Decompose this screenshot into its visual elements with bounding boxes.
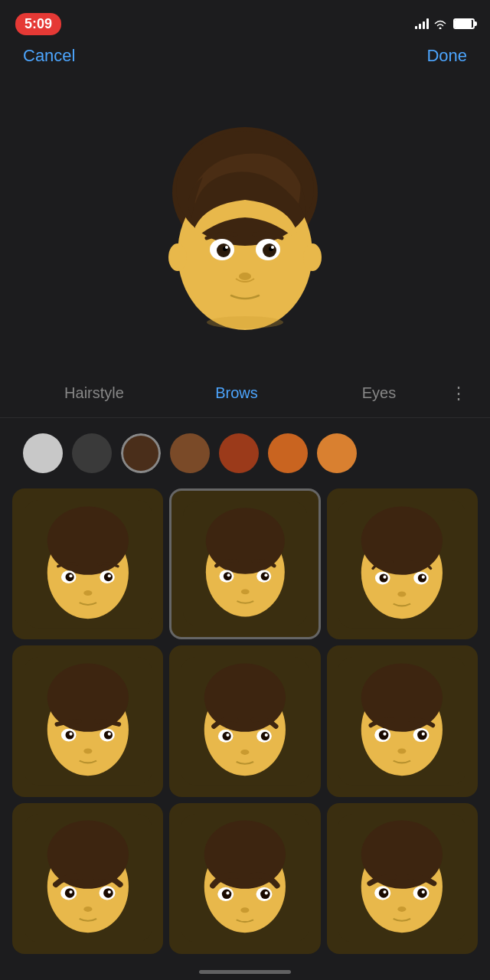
signal-icon xyxy=(415,18,429,29)
status-icons xyxy=(415,18,475,29)
wifi-icon xyxy=(433,18,447,29)
brow-option-8[interactable] xyxy=(169,803,320,954)
svg-point-63 xyxy=(227,733,230,737)
tab-hairstyle[interactable]: Hairstyle xyxy=(23,380,165,407)
brow-option-6[interactable] xyxy=(327,645,478,796)
svg-point-55 xyxy=(83,749,92,754)
svg-point-73 xyxy=(384,733,387,736)
status-bar: 5:09 xyxy=(0,0,490,38)
svg-point-93 xyxy=(227,892,230,895)
brow-option-9[interactable] xyxy=(327,803,478,954)
category-tabs: Hairstyle Brows Eyes ⋮ xyxy=(0,380,490,418)
svg-point-11 xyxy=(271,246,274,249)
svg-point-12 xyxy=(239,273,251,280)
tab-more-icon[interactable]: ⋮ xyxy=(450,384,467,403)
svg-point-83 xyxy=(69,890,72,893)
svg-point-85 xyxy=(83,906,92,912)
svg-point-15 xyxy=(207,316,283,328)
color-row xyxy=(0,418,490,488)
svg-point-54 xyxy=(108,733,111,736)
svg-point-38 xyxy=(361,506,443,574)
svg-point-95 xyxy=(240,908,249,913)
svg-point-43 xyxy=(384,575,387,578)
svg-point-23 xyxy=(69,574,72,577)
brow-option-5[interactable] xyxy=(169,645,320,796)
header: Cancel Done xyxy=(0,38,490,74)
battery-icon xyxy=(453,18,475,29)
svg-point-34 xyxy=(264,574,267,577)
cancel-button[interactable]: Cancel xyxy=(23,46,75,66)
color-brown[interactable] xyxy=(121,433,161,473)
svg-point-104 xyxy=(422,890,425,893)
color-orange[interactable] xyxy=(268,433,308,473)
svg-point-10 xyxy=(225,246,228,249)
color-red-brown[interactable] xyxy=(219,433,259,473)
svg-point-14 xyxy=(303,243,322,271)
svg-point-13 xyxy=(168,243,187,271)
svg-point-64 xyxy=(265,733,268,737)
svg-point-84 xyxy=(108,890,111,893)
svg-point-103 xyxy=(384,890,387,893)
svg-point-105 xyxy=(398,906,407,912)
brow-option-7[interactable] xyxy=(12,803,163,954)
tab-eyes[interactable]: Eyes xyxy=(308,380,450,407)
svg-point-53 xyxy=(69,733,72,736)
svg-point-45 xyxy=(398,591,407,596)
svg-point-25 xyxy=(83,590,92,596)
avatar-area xyxy=(0,74,490,380)
tab-brows[interactable]: Brows xyxy=(165,380,308,407)
svg-point-74 xyxy=(422,733,425,736)
svg-point-94 xyxy=(265,892,268,895)
brow-option-3[interactable] xyxy=(327,488,478,639)
color-medium-brown[interactable] xyxy=(170,433,210,473)
done-button[interactable]: Done xyxy=(426,46,467,66)
svg-point-44 xyxy=(422,575,425,578)
color-white[interactable] xyxy=(23,433,63,473)
avatar xyxy=(145,119,345,334)
status-time: 5:09 xyxy=(15,13,61,35)
brow-option-2[interactable] xyxy=(169,488,320,639)
svg-point-35 xyxy=(241,590,250,595)
brow-option-4[interactable] xyxy=(12,645,163,796)
brow-option-1[interactable] xyxy=(12,488,163,639)
svg-point-75 xyxy=(398,749,407,754)
svg-point-33 xyxy=(227,574,230,577)
color-light-orange[interactable] xyxy=(317,433,357,473)
face-grid xyxy=(0,488,490,954)
home-indicator xyxy=(199,970,291,974)
svg-point-65 xyxy=(240,750,249,755)
svg-point-24 xyxy=(108,574,111,577)
color-dark-gray[interactable] xyxy=(72,433,112,473)
svg-point-0 xyxy=(439,28,442,30)
